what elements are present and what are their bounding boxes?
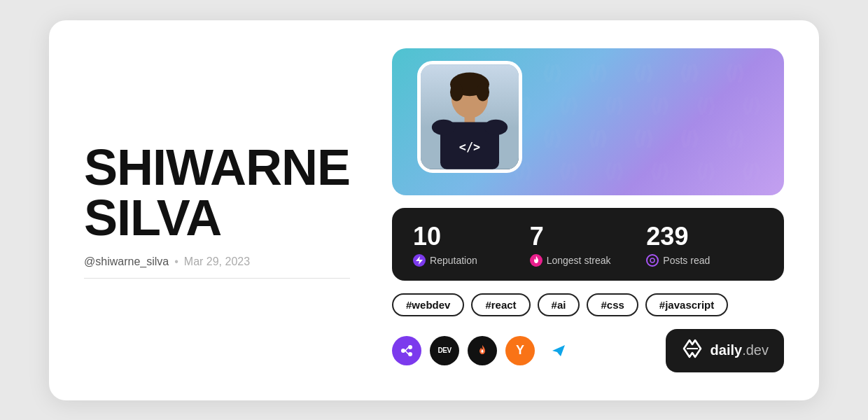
svg-text:⟨/⟩: ⟨/⟩ <box>542 127 561 148</box>
streak-label: Longest streak <box>547 255 611 266</box>
avatar-container: </> <box>417 61 522 173</box>
dailydev-logo-icon <box>681 337 704 364</box>
tag-webdev[interactable]: #webdev <box>392 293 464 316</box>
user-lastname: SILVA <box>84 192 350 243</box>
streak-label-row: Longest streak <box>530 254 647 267</box>
svg-point-34 <box>650 258 654 262</box>
left-section: SHIWARNE SILVA @shiwarne_silva • Mar 29,… <box>84 142 350 279</box>
svg-text:⟨/⟩: ⟨/⟩ <box>604 95 623 116</box>
svg-point-28 <box>476 83 489 101</box>
posts-label-row: Posts read <box>646 254 763 267</box>
reputation-label-row: Reputation <box>413 254 530 267</box>
svg-text:⟨/⟩: ⟨/⟩ <box>680 127 699 148</box>
svg-point-32 <box>484 119 508 134</box>
svg-text:⟨/⟩: ⟨/⟩ <box>559 160 578 181</box>
svg-text:⟨/⟩: ⟨/⟩ <box>634 127 652 148</box>
reputation-value: 10 <box>413 222 530 251</box>
svg-rect-29 <box>465 114 475 123</box>
svg-text:⟨/⟩: ⟨/⟩ <box>588 62 607 83</box>
tag-ai[interactable]: #ai <box>538 293 580 316</box>
svg-text:⟨/⟩: ⟨/⟩ <box>696 95 715 116</box>
bottom-row: DEV Y <box>392 329 784 372</box>
svg-point-36 <box>408 352 412 356</box>
tags-row: #webdev #react #ai #css #javascript <box>392 293 784 316</box>
svg-text:⟨/⟩: ⟨/⟩ <box>741 95 760 116</box>
svg-point-37 <box>401 349 405 353</box>
svg-point-35 <box>408 345 412 349</box>
svg-text:⟨/⟩: ⟨/⟩ <box>725 127 744 148</box>
svg-point-31 <box>432 119 456 134</box>
svg-line-39 <box>405 351 408 354</box>
streak-icon <box>530 254 542 267</box>
svg-text:⟨/⟩: ⟨/⟩ <box>696 160 715 181</box>
tag-react[interactable]: #react <box>471 293 530 316</box>
user-meta: @shiwarne_silva • Mar 29, 2023 <box>84 255 350 268</box>
profile-banner: ⟨/⟩ ⟨/⟩ ⟨/⟩ ⟨/⟩ ⟨/⟩ ⟨/⟩ ⟨/⟩ ⟨/⟩ ⟨/⟩ ⟨/⟩ … <box>392 48 784 195</box>
avatar-photo: </> <box>421 64 519 169</box>
svg-text:⟨/⟩: ⟨/⟩ <box>559 95 578 116</box>
tag-css[interactable]: #css <box>587 293 638 316</box>
profile-card: SHIWARNE SILVA @shiwarne_silva • Mar 29,… <box>49 20 819 400</box>
right-section: ⟨/⟩ ⟨/⟩ ⟨/⟩ ⟨/⟩ ⟨/⟩ ⟨/⟩ ⟨/⟩ ⟨/⟩ ⟨/⟩ ⟨/⟩ … <box>392 48 784 372</box>
user-handle: @shiwarne_silva <box>84 255 169 268</box>
svg-text:⟨/⟩: ⟨/⟩ <box>650 160 669 181</box>
stat-reputation: 10 Reputation <box>413 222 530 267</box>
social-icons: DEV Y <box>392 336 573 365</box>
svg-text:⟨/⟩: ⟨/⟩ <box>650 95 669 116</box>
reputation-icon <box>413 254 426 267</box>
brand-suffix: .dev <box>742 342 769 358</box>
svg-text:⟨/⟩: ⟨/⟩ <box>542 62 561 83</box>
svg-line-38 <box>405 347 408 351</box>
svg-text:⟨/⟩: ⟨/⟩ <box>725 62 744 83</box>
svg-text:⟨/⟩: ⟨/⟩ <box>634 62 652 83</box>
send-icon[interactable] <box>543 336 573 365</box>
tag-javascript[interactable]: #javascript <box>645 293 728 316</box>
stat-streak: 7 Longest streak <box>530 222 647 267</box>
stackshare-icon[interactable] <box>392 336 421 365</box>
brand-name: daily.dev <box>710 342 769 358</box>
user-fullname: SHIWARNE SILVA <box>84 142 350 243</box>
devto-icon[interactable]: DEV <box>430 336 459 365</box>
divider <box>84 278 350 279</box>
user-firstname: SHIWARNE <box>84 142 350 192</box>
brand-badge: daily.dev <box>666 329 784 372</box>
svg-text:⟨/⟩: ⟨/⟩ <box>680 62 699 83</box>
posts-icon <box>646 254 659 267</box>
svg-text:⟨/⟩: ⟨/⟩ <box>604 160 623 181</box>
streak-value: 7 <box>530 222 647 251</box>
posts-label: Posts read <box>663 255 710 266</box>
svg-text:</>: </> <box>459 139 480 153</box>
user-join-date: Mar 29, 2023 <box>184 255 250 268</box>
posts-value: 239 <box>646 222 763 251</box>
svg-text:⟨/⟩: ⟨/⟩ <box>741 160 760 181</box>
brand-daily: daily <box>710 342 743 358</box>
hashnode-icon[interactable] <box>468 336 497 365</box>
reputation-label: Reputation <box>430 255 477 266</box>
ycombinator-icon[interactable]: Y <box>505 336 535 365</box>
stats-bar: 10 Reputation 7 <box>392 208 784 281</box>
svg-point-27 <box>450 83 463 101</box>
stat-posts: 239 Posts read <box>646 222 763 267</box>
svg-text:⟨/⟩: ⟨/⟩ <box>588 127 607 148</box>
meta-separator: • <box>174 255 178 268</box>
